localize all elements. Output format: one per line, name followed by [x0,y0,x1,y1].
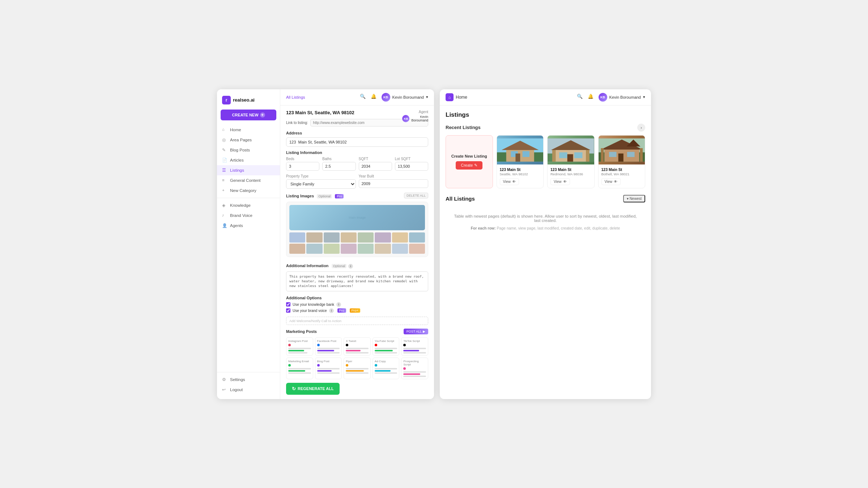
right-search-icon[interactable]: 🔍 [577,94,584,101]
sidebar-item-logout[interactable]: ↩ Logout [217,385,280,395]
post-youtube[interactable]: YouTube Script [373,337,400,356]
right-user-badge[interactable]: KB Kevin Boroumand ▾ [599,93,645,102]
knowledge-bank-checkbox[interactable] [286,302,290,307]
svg-rect-25 [640,148,643,161]
sidebar-label-knowledge: Knowledge [230,203,251,207]
post-platform-x: X Tweet [346,339,369,343]
thumb-1[interactable] [289,232,305,243]
create-btn-icon: ✎ [474,163,477,168]
breadcrumb-all-listings[interactable]: All Listings [286,95,305,99]
posts-grid-row2: Marketing Email Blog Post Flyer [286,358,428,379]
empty-state-sub-prefix: For each row: [471,226,496,230]
thumb-5[interactable] [358,232,374,243]
thumb-2[interactable] [306,232,322,243]
newest-sort-button[interactable]: ▾ Newest [623,195,645,202]
sidebar-label-logout: Logout [230,388,243,392]
address-label: Address [286,131,428,135]
address-input[interactable] [286,137,428,147]
add-agent-input[interactable]: Add Welcome/Notify Call to Action [286,317,428,325]
right-bell-icon[interactable]: 🔔 [588,94,595,101]
post-email[interactable]: Marketing Email [286,358,313,379]
thumb-grid [289,232,425,243]
thumb-9[interactable] [289,244,305,254]
view-button-1[interactable]: View 👁 [500,178,519,185]
baths-col: Baths [322,157,356,171]
sidebar-label-listings: Listings [230,168,244,172]
create-listing-button[interactable]: Create ✎ [456,161,482,170]
breadcrumb: All Listings [286,95,305,99]
beds-input[interactable] [286,162,319,171]
sqft-input[interactable] [359,162,392,171]
post-prospecting[interactable]: Prospecting Script [401,358,428,379]
post-platform-prospecting: Prospecting Script [403,360,426,366]
brand-voice-checkbox[interactable] [286,308,290,313]
thumb-3[interactable] [324,232,340,243]
bell-icon[interactable]: 🔔 [371,94,378,101]
knowledge-bank-option: Use your knowledge bank ℹ [286,302,428,307]
main-image-box[interactable]: Main Image [289,205,425,230]
create-new-button[interactable]: CREATE NEW + [221,110,276,120]
year-built-input[interactable] [359,179,429,188]
listing-card-redmond: 123 Main St Redmond, WA 98036 View 👁 [547,135,595,188]
thumb-16[interactable] [409,244,425,254]
sidebar-item-settings[interactable]: ⚙ Settings [217,374,280,385]
user-badge[interactable]: KB Kevin Boroumand ▾ [382,93,428,102]
sidebar-item-articles[interactable]: 📄 Articles [217,155,280,165]
thumb-12[interactable] [341,244,357,254]
post-instagram[interactable]: Instagram Post [286,337,313,356]
baths-input[interactable] [322,162,356,171]
search-icon[interactable]: 🔍 [360,94,367,101]
sidebar-item-listings[interactable]: ☰ Listings [217,165,280,175]
thumb-11[interactable] [324,244,340,254]
post-ad-copy[interactable]: Ad Copy [373,358,400,379]
sidebar-item-general-content[interactable]: ≡ General Content [217,175,280,185]
property-type-col: Property Type Single Family Condo Townho… [286,174,356,189]
listing-stats-row: Beds Baths SQFT Lot SQFT [286,157,428,171]
knowledge-icon: ◈ [222,203,227,208]
thumb-4[interactable] [341,232,357,243]
view-button-3[interactable]: View 👁 [601,178,621,185]
sidebar-label-agents: Agents [230,223,243,228]
next-arrow[interactable]: › [637,124,645,132]
additional-optional-badge: Optional [332,264,347,268]
post-blog[interactable]: Blog Post [315,358,342,379]
lot-sqft-input[interactable] [395,162,428,171]
sqft-col: SQFT [359,157,392,171]
additional-info-textarea[interactable]: This property has been recently renovate… [286,271,428,291]
sidebar-item-brand-voice[interactable]: ♪ Brand Voice [217,210,280,221]
property-type-select[interactable]: Single Family Condo Townhouse [286,179,356,189]
post-flyer[interactable]: Flyer [344,358,371,379]
sidebar-item-knowledge[interactable]: ◈ Knowledge [217,200,280,210]
sidebar-item-new-category[interactable]: + New Category [217,185,280,196]
sidebar-item-area-pages[interactable]: ◎ Area Pages [217,135,280,145]
svg-rect-22 [627,152,635,157]
create-new-listing-card: Create New Listing Create ✎ [446,135,493,188]
thumb-6[interactable] [375,232,391,243]
thumb-10[interactable] [306,244,322,254]
thumb-15[interactable] [392,244,408,254]
sidebar-item-home[interactable]: ⌂ Home [217,125,280,135]
post-facebook[interactable]: Facebook Post [315,337,342,356]
regenerate-all-button[interactable]: ↻ REGENERATE ALL [286,383,340,395]
view-button-2[interactable]: View 👁 [550,178,570,185]
delete-all-button[interactable]: DELETE ALL [404,193,428,198]
post-tiktok[interactable]: TikTok Script [401,337,428,356]
marketing-posts-header: Marketing Posts POST ALL ▶ [286,329,428,334]
create-card-title: Create New Listing [451,154,487,158]
post-x[interactable]: X Tweet [344,337,371,356]
logo: r realseo.ai [217,94,280,110]
sidebar-item-agents[interactable]: 👤 Agents [217,221,280,231]
sidebar-item-blog-posts[interactable]: ✎ Blog Posts [217,145,280,155]
post-all-button[interactable]: POST ALL ▶ [404,329,428,334]
all-listings-section: All Listings ▾ Newest Table with newest … [446,195,645,239]
thumb-14[interactable] [375,244,391,254]
baths-label: Baths [322,157,356,161]
regenerate-icon: ↻ [292,386,296,391]
thumb-8[interactable] [409,232,425,243]
thumb-13[interactable] [358,244,374,254]
thumb-7[interactable] [392,232,408,243]
listing-card-body-1: 123 Main St Seattle, WA 98102 View 👁 [497,164,544,188]
brand-voice-pro-badge2: Pro+ [350,308,360,313]
listing-addr-sub-2: Redmond, WA 98036 [550,172,591,176]
svg-rect-15 [586,150,590,162]
